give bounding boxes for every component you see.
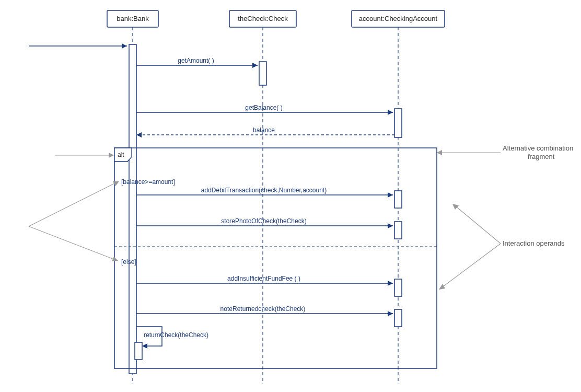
alt-operator-label: alt — [118, 151, 124, 158]
message-getAmount-label: getAmount( ) — [178, 57, 214, 64]
lifeline-account-label: account:CheckingAccount — [359, 15, 438, 22]
annotation-alt-fragment-label1: Alternative combination — [503, 144, 573, 152]
activation-bank-returnCheck — [135, 342, 142, 360]
activation-account-addDebit — [394, 191, 402, 208]
message-returnCheck-label: returnCheck(theCheck) — [144, 331, 208, 339]
activation-check-getAmount — [259, 62, 266, 85]
message-noteReturned-label: noteReturnedcheck(theCheck) — [220, 305, 306, 313]
svg-marker-9 — [252, 63, 258, 68]
message-storePhoto: storePhotoOfCheck(theCheck) — [136, 217, 393, 228]
message-addDebit-label: addDebitTransaction(check,Number,account… — [201, 187, 327, 194]
annotation-alt-fragment-label2: fragment — [528, 153, 555, 160]
found-message-arrow — [29, 43, 127, 49]
annotation-interaction-operands-right: Interaction operands — [439, 204, 565, 290]
message-returnCheck: returnCheck(theCheck) — [136, 327, 208, 349]
message-addInsuf: addInsufficientFundFee ( ) — [136, 275, 393, 286]
svg-marker-24 — [142, 343, 147, 349]
message-addDebit: addDebitTransaction(check,Number,account… — [136, 187, 393, 198]
svg-marker-28 — [439, 284, 445, 290]
guard-else: [else] — [121, 258, 136, 266]
message-storePhoto-label: storePhotoOfCheck(theCheck) — [221, 217, 306, 225]
annotation-alt-fragment: Alternative combination fragment — [437, 144, 573, 160]
message-addInsuf-label: addInsufficientFundFee ( ) — [227, 275, 300, 282]
activation-account-noteReturned — [394, 309, 402, 327]
activation-account-addInsuf — [394, 279, 402, 296]
lifeline-check-label: theCheck:Check — [238, 15, 288, 22]
message-balance-label: balance — [253, 126, 275, 134]
svg-marker-19 — [388, 223, 393, 228]
activation-account-storePhoto — [394, 222, 402, 239]
message-balance-return: balance — [136, 126, 394, 137]
svg-marker-7 — [122, 43, 127, 49]
svg-marker-30 — [109, 153, 114, 158]
activation-account-getBalance — [394, 109, 402, 137]
svg-marker-26 — [437, 150, 442, 155]
message-getBalance-label: getBalance( ) — [245, 104, 282, 111]
guard-balance-ge: [balance>=amount] — [121, 178, 175, 186]
lifeline-bank-label: bank:Bank — [117, 15, 149, 22]
message-noteReturned: noteReturnedcheck(theCheck) — [136, 305, 393, 316]
message-getBalance: getBalance( ) — [136, 104, 393, 115]
svg-marker-27 — [452, 204, 459, 210]
message-getAmount: getAmount( ) — [136, 57, 258, 68]
annotation-interaction-operands-label: Interaction operands — [503, 239, 565, 247]
activation-bank — [129, 44, 136, 374]
annotation-left-guards — [29, 181, 119, 261]
svg-marker-13 — [136, 132, 142, 137]
svg-marker-17 — [388, 192, 393, 198]
svg-marker-11 — [388, 110, 393, 115]
annotation-left-alt-tab — [55, 153, 114, 158]
svg-marker-21 — [388, 281, 393, 286]
svg-marker-23 — [388, 311, 393, 316]
